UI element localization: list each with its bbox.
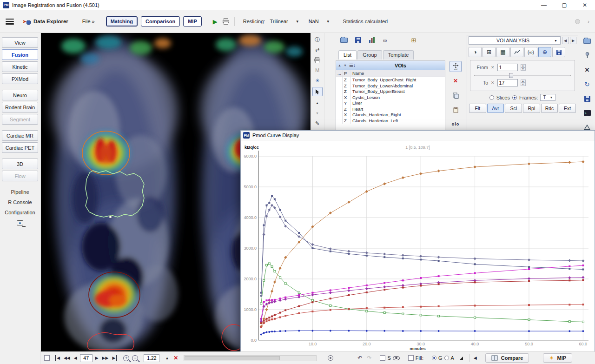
clear-to-icon[interactable]: ✕ — [491, 80, 495, 85]
sidebar-item-segment[interactable]: Segment — [2, 114, 38, 125]
mode-button-comparison[interactable]: Comparison — [141, 16, 180, 26]
voi-column-1[interactable]: P — [343, 70, 351, 77]
slices-radio[interactable] — [489, 95, 494, 100]
transform-icon[interactable]: ⇄ — [313, 46, 322, 53]
analysis-button-ext[interactable]: Ext — [559, 104, 576, 113]
sidebar-link-pipeline[interactable]: Pipeline — [0, 187, 40, 197]
reload-icon[interactable]: ↻ — [582, 80, 592, 88]
scrollbar-thumb[interactable] — [185, 356, 279, 360]
delete-voi-button[interactable]: ✕ — [450, 75, 462, 86]
statistics-icon[interactable] — [369, 37, 376, 44]
pencil-icon[interactable]: ✎ — [313, 119, 322, 127]
fill-checkbox[interactable] — [408, 355, 414, 361]
snowflake-icon[interactable]: ✳ — [313, 77, 322, 84]
eye-icon[interactable] — [393, 356, 400, 360]
save-stats-icon[interactable] — [552, 47, 565, 57]
analysis-button-avr[interactable]: Avr — [487, 104, 504, 113]
sidebar-item-cardiac-pet[interactable]: Cardiac PET — [2, 142, 38, 153]
to-spinner[interactable]: ▲▼ — [521, 79, 526, 86]
analysis-button-flt[interactable]: Flt — [469, 104, 486, 113]
range-slider[interactable] — [474, 73, 571, 78]
s-checkbox[interactable] — [380, 355, 385, 361]
reslicing-select[interactable]: Trilinear ▼ — [267, 17, 302, 26]
mode-button-matching[interactable]: Matching — [106, 16, 138, 26]
prev-analysis-button[interactable]: ◀ — [562, 37, 569, 44]
mip-button[interactable]: ✶ MIP — [543, 353, 572, 363]
voi-row-glands-harderian-left[interactable]: ZGlands_Harderian_Left — [336, 118, 445, 124]
corner-handle-icon[interactable] — [460, 357, 463, 360]
sidebar-item-kinetic[interactable]: Kinetic — [2, 61, 38, 72]
compare-button[interactable]: Compare — [485, 353, 529, 363]
sidebar-item-pxmod[interactable]: PXMod — [2, 73, 38, 84]
terminal-icon[interactable]: >_ — [582, 109, 592, 117]
voi-row-tumor-body-lowerabdominal[interactable]: ZTumor_Body_LowerAbdominal — [336, 83, 445, 89]
close-button[interactable]: ✕ — [575, 0, 595, 10]
console-icon[interactable] — [17, 220, 23, 225]
sync-checkbox[interactable] — [44, 355, 50, 361]
voi-row-glands-harderian-right[interactable]: XGlands_Harderian_Right — [336, 112, 445, 118]
tab-template[interactable]: Template — [383, 50, 414, 60]
marker-icon[interactable]: M — [313, 66, 322, 74]
curve-window-titlebar[interactable]: PM Pmod Curve Display — [241, 131, 595, 140]
fast-back-button[interactable]: ◀◀ — [63, 355, 71, 361]
voi-settings-icon[interactable]: ⊞ — [411, 37, 416, 44]
data-explorer-button[interactable]: ➤ Data Explorer — [22, 18, 68, 25]
from-spinner[interactable]: ▲▼ — [521, 64, 526, 71]
zoom-out-icon[interactable]: − — [132, 355, 138, 361]
last-slice-button[interactable]: ▶ — [111, 355, 117, 361]
contrast-icon[interactable]: ◑ — [469, 47, 482, 57]
sidebar-item-flow[interactable]: Flow — [2, 171, 38, 181]
voi-column-0[interactable]: ... — [336, 70, 343, 77]
arrow-down-icon[interactable]: ▼ — [313, 109, 322, 117]
tab-group[interactable]: Group — [357, 50, 382, 60]
sidebar-item-view[interactable]: View — [2, 37, 38, 48]
from-input[interactable] — [497, 64, 518, 71]
voi-column-2[interactable]: Name — [351, 70, 445, 77]
sort-icon[interactable]: ☰↓ — [349, 63, 356, 68]
sidebar-item-rodent-brain[interactable]: Rodent Brain — [2, 102, 38, 113]
redo-icon[interactable]: ↷ — [367, 355, 371, 361]
sidebar-item-fusion[interactable]: Fusion — [2, 49, 38, 60]
nan-select[interactable]: NaN ▼ — [306, 17, 333, 26]
histogram-compare-icon[interactable]: olo — [450, 119, 462, 130]
print-button[interactable] — [221, 18, 231, 25]
grid-icon[interactable]: ⊞ — [483, 47, 496, 57]
frames-select[interactable]: T ▼ — [540, 94, 555, 101]
analysis-mode-select[interactable]: VOI ANALYSIS ▼ — [469, 36, 561, 45]
analysis-button-scl[interactable]: Scl — [505, 104, 522, 113]
open-voi-icon[interactable] — [340, 38, 348, 43]
voi-row-tumor-body-upperbreast[interactable]: ZTumor_Body_UpperBreast — [336, 89, 445, 95]
move-voi-button[interactable]: voi — [450, 61, 462, 72]
zoom-up-icon[interactable]: ▲ — [165, 356, 169, 360]
paste-voi-button[interactable] — [450, 104, 462, 115]
print-icon[interactable] — [313, 56, 322, 64]
to-input[interactable] — [497, 79, 518, 86]
collapse-left-icon[interactable]: ◀ — [474, 356, 477, 360]
info-icon[interactable]: ⓘ — [313, 36, 322, 43]
copy-voi-button[interactable] — [450, 90, 462, 101]
window-titlebar[interactable]: PM Image Registration and Fusion (4.501)… — [0, 0, 595, 10]
run-button[interactable]: ▶ — [213, 18, 218, 25]
load-folder-icon[interactable] — [582, 37, 592, 45]
first-slice-button[interactable]: ◀ — [55, 355, 61, 361]
voi-row-heart[interactable]: ZHeart — [336, 106, 445, 113]
sort-up-icon[interactable]: ▲ — [338, 64, 341, 67]
mode-button-mip[interactable]: MIP — [183, 16, 202, 26]
voi-row-tumor-body-upperchest-right[interactable]: ZTumor_Body_UpperChest_Right — [336, 77, 445, 83]
sidebar-link-r-console[interactable]: R Console — [0, 197, 40, 207]
pin-icon[interactable] — [582, 51, 592, 60]
slice-number-input[interactable] — [80, 354, 93, 362]
next-slice-button[interactable]: ▶ — [94, 355, 99, 361]
target-icon[interactable] — [328, 355, 333, 361]
a-radio[interactable] — [444, 356, 449, 360]
menu-icon[interactable] — [6, 19, 14, 25]
sidebar-item-3d[interactable]: 3D — [2, 159, 38, 169]
reset-zoom-icon[interactable]: ✕ — [173, 355, 178, 361]
link-icon[interactable]: ∞ — [383, 37, 387, 44]
tab-list[interactable]: List — [338, 50, 357, 60]
pointer-tool-button[interactable] — [312, 87, 323, 96]
g-radio[interactable] — [432, 356, 436, 360]
save-icon[interactable] — [582, 94, 592, 103]
undo-icon[interactable]: ↶ — [357, 355, 362, 361]
clear-from-icon[interactable]: ✕ — [491, 65, 495, 70]
